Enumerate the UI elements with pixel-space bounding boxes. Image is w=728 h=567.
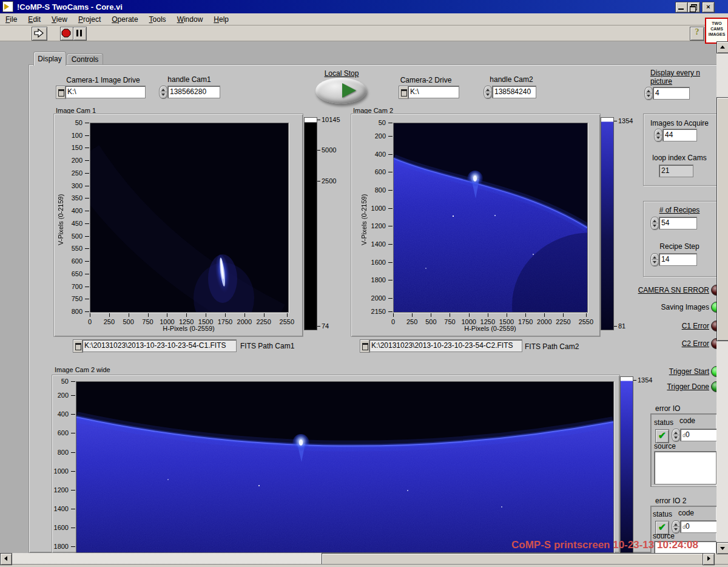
cam2-colorbar xyxy=(601,117,614,330)
error-io2-label: error IO 2 xyxy=(655,497,686,505)
vertical-scrollbar-thumb[interactable] xyxy=(716,97,728,341)
stop-button[interactable] xyxy=(60,27,74,41)
scroll-right-icon[interactable] xyxy=(703,553,715,565)
loop-index-cams-indicator: 21 xyxy=(659,165,693,177)
wide-image xyxy=(76,382,613,552)
num-recipes-spinner[interactable] xyxy=(650,217,659,230)
error-io-label: error IO xyxy=(655,404,680,413)
scroll-down-icon[interactable] xyxy=(716,542,728,554)
images-to-acquire-input[interactable]: 44 xyxy=(662,129,697,141)
handle-cam1-spinner[interactable] xyxy=(159,86,168,99)
stop-icon xyxy=(61,27,72,39)
menu-item-project[interactable]: Project xyxy=(73,15,106,24)
cam2-y-axis-label: V-Pixels (0-2159) xyxy=(360,168,368,271)
scroll-up-icon[interactable] xyxy=(716,41,728,53)
wide-image-display xyxy=(76,381,614,553)
help-icon: ? xyxy=(695,27,699,36)
cam2-x-axis-label: H-Pixels (0-2559) xyxy=(394,324,586,333)
vi-icon-badge[interactable]: TWO CAMS IMAGES xyxy=(705,18,728,44)
toolbar: ? xyxy=(0,25,728,41)
error-io2-code-input[interactable]: d0 xyxy=(680,520,719,533)
display-every-n-spinner[interactable] xyxy=(644,87,653,100)
menu-item-view[interactable]: View xyxy=(46,15,73,24)
camera2-drive-label: Camera-2 Drive xyxy=(396,76,456,84)
menu-item-operate[interactable]: Operate xyxy=(106,15,143,24)
cam2-image-display xyxy=(393,123,588,313)
wide-colorbar xyxy=(620,376,633,553)
cam1-y-axis-label: V-Pixels (0-2159) xyxy=(57,168,64,271)
menu-item-window[interactable]: Window xyxy=(172,15,209,24)
error-io-source-box[interactable] xyxy=(654,451,716,484)
handle-cam2-input[interactable]: 138584240 xyxy=(492,86,536,98)
camera2-drive-input[interactable]: K:\ xyxy=(408,86,459,98)
minimize-icon[interactable] xyxy=(675,2,688,13)
help-button[interactable]: ? xyxy=(690,27,704,41)
pause-button[interactable] xyxy=(73,27,87,41)
local-stop-label: Local Stop xyxy=(320,69,363,78)
error-io-status-label: status xyxy=(654,418,673,427)
close-icon[interactable]: × xyxy=(702,2,715,13)
fits-path-cam2-input[interactable]: K:\20131023\2013-10-23-10-23-54-C2.FITS xyxy=(369,339,522,352)
menu-item-edit[interactable]: Edit xyxy=(22,15,46,24)
error-io-code-label: code xyxy=(679,416,695,425)
tab-display[interactable]: Display xyxy=(33,52,66,66)
scrollbar-corner xyxy=(713,553,728,564)
error-io-code-spinner[interactable] xyxy=(672,429,681,442)
handle-cam1-label: handle Cam1 xyxy=(159,75,220,84)
display-every-n-input[interactable]: 4 xyxy=(653,87,690,100)
play-icon xyxy=(342,83,356,98)
menu-bar: FileEditViewProjectOperateToolsWindowHel… xyxy=(0,13,728,25)
tab-controls[interactable]: Controls xyxy=(67,53,103,65)
cam1-x-axis-label: H-Pixels (0-2559) xyxy=(91,324,286,333)
error-io-code-input[interactable]: d0 xyxy=(680,429,719,441)
run-button[interactable] xyxy=(32,27,47,41)
cam2-image xyxy=(394,123,587,312)
cam1-image-display xyxy=(90,123,289,313)
menu-item-tools[interactable]: Tools xyxy=(144,15,172,24)
handle-cam1-input[interactable]: 138566280 xyxy=(167,86,220,98)
images-to-acquire-label: Images to Acquire xyxy=(644,119,715,127)
recipe-step-spinner[interactable] xyxy=(650,253,659,267)
cam1-colorbar xyxy=(304,117,317,330)
cam1-image xyxy=(90,123,288,312)
local-stop-button[interactable] xyxy=(315,78,366,104)
restore-icon[interactable] xyxy=(687,2,700,13)
camera1-drive-input[interactable]: K:\ xyxy=(65,86,146,98)
menu-item-help[interactable]: Help xyxy=(208,15,234,24)
badge-line: IMAGES xyxy=(706,32,727,37)
printscreen-timestamp: CoMP-S printscreen 10-23-13 10:24:08 xyxy=(511,539,698,551)
camera1-drive-label: Camera-1 Image Drive xyxy=(61,76,146,84)
num-recipes-input[interactable]: 54 xyxy=(659,217,697,229)
labview-window: !CoMP-S TwoCams - Core.vi × FileEditView… xyxy=(0,0,728,567)
menu-item-file[interactable]: File xyxy=(0,15,22,24)
images-to-acquire-spinner[interactable] xyxy=(654,129,663,142)
error-io2-code-label: code xyxy=(678,509,694,517)
error-io-status-checkbox[interactable]: ✔ xyxy=(655,429,669,443)
fits-path-cam2-label: FITS Path Cam2 xyxy=(525,342,579,351)
run-arrow-icon xyxy=(32,27,46,39)
num-recipes-label: # of Recipes xyxy=(644,206,715,214)
error-io-source-label: source xyxy=(654,442,676,450)
horizontal-scrollbar-thumb[interactable] xyxy=(322,553,704,565)
recipe-step-label: Recipe Step xyxy=(644,242,715,251)
handle-cam2-label: handle Cam2 xyxy=(484,75,539,84)
fits-path-cam1-label: FITS Path Cam1 xyxy=(240,342,294,350)
recipe-step-input[interactable]: 14 xyxy=(659,253,697,266)
loop-index-cams-label: loop index Cams xyxy=(644,154,715,162)
badge-line: CAMS xyxy=(706,26,727,32)
badge-line: TWO xyxy=(706,21,727,26)
scroll-left-icon[interactable] xyxy=(0,553,12,565)
error-io2-status-label: status xyxy=(653,510,672,518)
wide-graph-title: Image Cam 2 wide xyxy=(55,365,110,374)
app-icon[interactable] xyxy=(2,1,13,12)
handle-cam2-spinner[interactable] xyxy=(484,86,493,99)
display-every-n-label: Display every n picture xyxy=(650,69,706,86)
window-title: !CoMP-S TwoCams - Core.vi xyxy=(17,2,123,12)
window-border-bottom xyxy=(0,564,728,567)
fits-path-cam1-input[interactable]: K:\20131023\2013-10-23-10-23-54-C1.FITS xyxy=(82,339,237,352)
title-bar: !CoMP-S TwoCams - Core.vi xyxy=(0,0,728,13)
